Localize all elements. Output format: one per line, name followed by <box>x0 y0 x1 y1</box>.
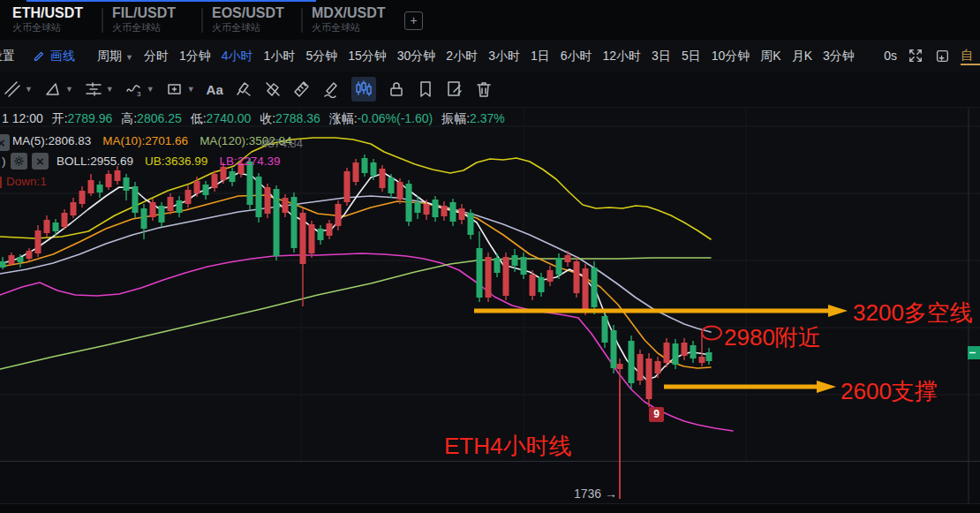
ma-value: MA(5):2806.83 <box>12 134 91 147</box>
ohlc-field-label: 低: <box>191 111 207 127</box>
indicator-close-icon-clipped[interactable]: × <box>0 134 10 151</box>
ohlc-readout-row: 1 12:00开:2789.96高:2806.25低:2740.00收:2788… <box>2 111 505 127</box>
ohlc-field-value: 2806.25 <box>137 111 182 125</box>
ohlc-field-label: 涨幅: <box>329 111 358 127</box>
ohlc-field-value: 2789.96 <box>68 111 113 125</box>
ohlc-field: 收:2788.36 <box>260 111 320 127</box>
ohlc-field: 涨幅:-0.06%(-1.60) <box>329 111 433 127</box>
ohlc-time: 1 12:00 <box>2 111 43 127</box>
close-icon: × <box>32 153 49 170</box>
ma-indicator-row: MA(5):2806.83MA(10):2701.66MA(120):3502.… <box>12 134 291 147</box>
annotation-2600-label[interactable]: 2600支撑 <box>841 376 938 407</box>
ohlc-field-value: 2788.36 <box>275 111 320 125</box>
boll-label-prefix: ) <box>2 155 6 168</box>
ohlc-field: 高:2806.25 <box>121 111 182 127</box>
annotation-watermark-label[interactable]: ETH4小时线 <box>444 431 571 462</box>
ohlc-field-label: 收: <box>260 111 275 127</box>
ohlc-field: 开:2789.96 <box>52 111 113 127</box>
ohlc-field: 低:2740.00 <box>191 111 252 127</box>
annotation-3200-label[interactable]: 3200多空线 <box>853 298 973 328</box>
ohlc-field-value: 2.37% <box>470 111 505 125</box>
ohlc-field-label: 高: <box>121 111 137 127</box>
ohlc-field: 振幅:2.37% <box>441 111 505 127</box>
annotation-2980-label[interactable]: 2980附近 <box>724 322 821 353</box>
boll-settings-button[interactable] <box>11 153 27 170</box>
gear-icon <box>11 153 27 170</box>
ohlc-field-value: -0.06%(-1.60) <box>358 111 433 125</box>
boll-value: UB:3636.99 <box>145 155 207 168</box>
ohlc-field-value: 2740.00 <box>207 111 252 125</box>
trading-app-window: ETH/USDT火币全球站FIL/USDT火币全球站EOS/USDT火币全球站M… <box>0 0 980 513</box>
boll-close-button[interactable]: × <box>32 153 49 170</box>
ma-value: MA(10):2701.66 <box>102 134 188 147</box>
boll-value: BOLL:2955.69 <box>57 155 133 168</box>
td-sequential-9-badge: 9 <box>649 407 664 422</box>
ma-value: MA(120):3502.84 <box>200 134 291 147</box>
boll-value: LB:2274.39 <box>219 155 280 168</box>
boll-indicator-row: BOLL:2955.69UB:3636.99LB:2274.39 <box>57 155 280 168</box>
down-indicator-bar-clipped <box>0 177 2 188</box>
down-count-label: Down:1 <box>6 175 47 188</box>
ohlc-field-label: 振幅: <box>441 111 470 127</box>
ohlc-field-label: 开: <box>52 111 68 127</box>
low-price-1736-label: 1736 → <box>574 487 617 501</box>
